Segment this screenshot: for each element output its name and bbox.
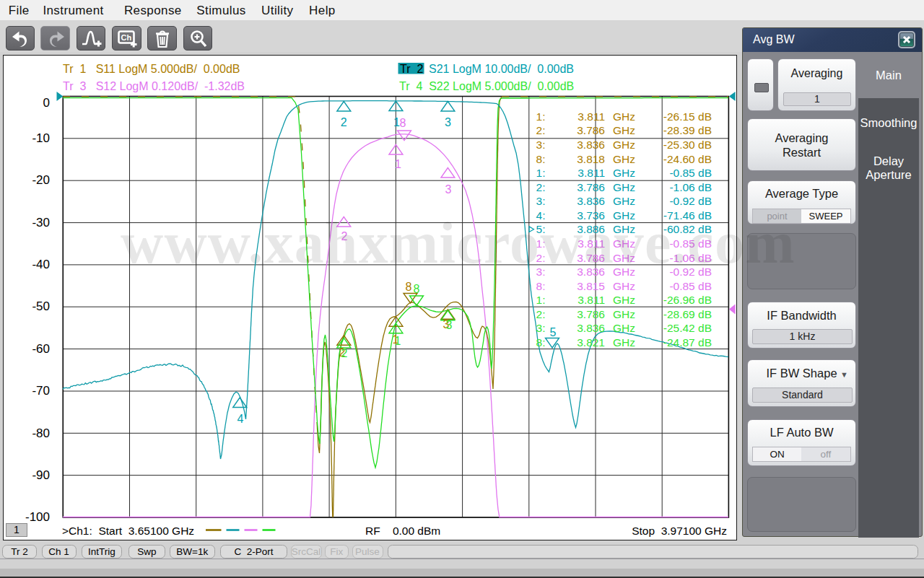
svg-text:GHz: GHz <box>613 124 635 136</box>
svg-text:-10: -10 <box>32 131 50 145</box>
svg-text:8:: 8: <box>536 280 546 292</box>
svg-text:GHz: GHz <box>613 139 635 151</box>
svg-text:1: 1 <box>395 158 401 170</box>
svg-text:-100: -100 <box>25 510 50 524</box>
svg-text:1:: 1: <box>536 110 546 123</box>
svg-text:-0.85 dB: -0.85 dB <box>669 167 712 179</box>
svg-text:8:: 8: <box>536 336 546 349</box>
svg-text:3: 3 <box>445 183 452 196</box>
svg-text:-28.39 dB: -28.39 dB <box>663 124 712 136</box>
svg-text:3:: 3: <box>536 195 546 207</box>
svg-text:3.811: 3.811 <box>578 167 605 179</box>
svg-text:8: 8 <box>400 117 406 129</box>
svg-text:3.836: 3.836 <box>577 195 605 207</box>
svg-text:1: 1 <box>395 335 401 347</box>
svg-text:3.786: 3.786 <box>577 124 605 136</box>
svg-text:GHz: GHz <box>613 294 635 306</box>
svg-text:Tr 1 S11 LogM 5.000dB/ 0.0: Tr 1 S11 LogM 5.000dB/ 0.00dB <box>63 63 240 75</box>
svg-text:3.811: 3.811 <box>578 294 605 306</box>
svg-text:-26.96 dB: -26.96 dB <box>663 294 712 306</box>
svg-text:GHz: GHz <box>613 110 635 123</box>
svg-text:3.836: 3.836 <box>577 139 605 151</box>
svg-text:2: 2 <box>341 347 348 359</box>
svg-text:>Ch1: Start 3.65100 GHz: >Ch1: Start 3.65100 GHz <box>62 525 194 537</box>
svg-text:8:: 8: <box>536 153 546 165</box>
svg-text:-1.06 dB: -1.06 dB <box>669 181 712 193</box>
svg-text:-26.15 dB: -26.15 dB <box>663 110 712 123</box>
svg-text:GHz: GHz <box>613 153 635 165</box>
svg-text:2:: 2: <box>536 124 546 136</box>
svg-text:-25.30 dB: -25.30 dB <box>663 139 712 151</box>
svg-text:3.836: 3.836 <box>577 322 605 334</box>
svg-text:-0.92 dB: -0.92 dB <box>669 195 712 207</box>
svg-text:Tr 3 S12 LogM 0.120dB/ -1.: Tr 3 S12 LogM 0.120dB/ -1.32dB <box>63 80 245 92</box>
svg-text:Tr 4 S22 LogM 5.000dB/ 0.00: Tr 4 S22 LogM 5.000dB/ 0.00dB <box>399 80 574 92</box>
svg-text:Tr 2: Tr 2 <box>400 63 423 75</box>
svg-text:-50: -50 <box>32 299 50 313</box>
svg-text:-24.87 dB: -24.87 dB <box>663 336 712 349</box>
svg-text:8: 8 <box>414 283 420 295</box>
svg-text:3.786: 3.786 <box>577 181 605 193</box>
svg-text:1:: 1: <box>536 294 546 306</box>
svg-text:3.818: 3.818 <box>577 153 605 165</box>
svg-text:RF 0.00 dBm: RF 0.00 dBm <box>365 525 440 537</box>
svg-text:GHz: GHz <box>613 322 635 334</box>
svg-text:GHz: GHz <box>613 336 635 349</box>
svg-text:3: 3 <box>445 116 451 128</box>
svg-text:2:: 2: <box>536 308 546 320</box>
svg-text:0: 0 <box>43 96 50 110</box>
svg-text:-90: -90 <box>32 468 50 482</box>
svg-text:GHz: GHz <box>613 280 635 292</box>
svg-text:5: 5 <box>550 326 557 338</box>
svg-text:-40: -40 <box>32 258 50 271</box>
svg-text:-28.69 dB: -28.69 dB <box>663 308 712 320</box>
svg-text:3.786: 3.786 <box>577 308 605 320</box>
svg-text:-20: -20 <box>32 173 50 187</box>
svg-text:GHz: GHz <box>613 195 635 207</box>
svg-text:-60: -60 <box>32 342 50 356</box>
svg-text:GHz: GHz <box>613 181 635 193</box>
svg-text:3.821: 3.821 <box>577 336 605 349</box>
svg-text:Stop 3.97100 GHz: Stop 3.97100 GHz <box>632 525 727 537</box>
svg-text:-24.60 dB: -24.60 dB <box>663 153 712 165</box>
svg-text:3:: 3: <box>536 322 546 334</box>
svg-text:2: 2 <box>341 116 347 128</box>
svg-text:3: 3 <box>446 319 453 331</box>
svg-text:2:: 2: <box>536 181 546 193</box>
svg-text:3.811: 3.811 <box>578 110 605 123</box>
svg-text:GHz: GHz <box>613 308 635 320</box>
svg-text:-80: -80 <box>32 426 50 440</box>
svg-text:S21 LogM 10.00dB/ 0.00dB: S21 LogM 10.00dB/ 0.00dB <box>429 63 574 75</box>
svg-text:8: 8 <box>406 281 412 293</box>
svg-text:-30: -30 <box>32 216 50 229</box>
svg-text:GHz: GHz <box>613 167 635 179</box>
svg-text:4: 4 <box>237 413 244 425</box>
svg-text:3.815: 3.815 <box>577 280 605 292</box>
svg-text:1:: 1: <box>536 167 546 179</box>
svg-text:-0.85 dB: -0.85 dB <box>669 280 712 292</box>
svg-text:-25.42 dB: -25.42 dB <box>663 322 712 334</box>
svg-text:3:: 3: <box>536 139 546 151</box>
svg-text:-70: -70 <box>32 384 50 398</box>
